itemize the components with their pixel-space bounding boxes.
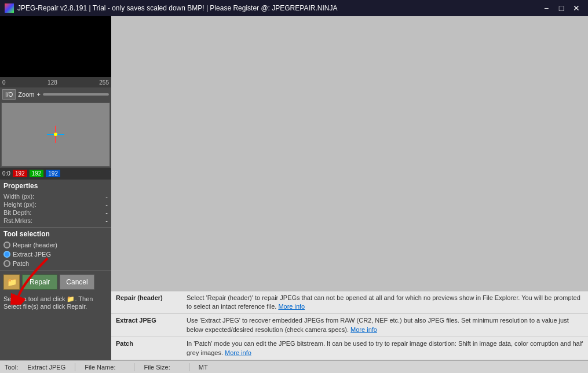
radio-extract-jpeg-label: Extract JPEG: [13, 251, 51, 258]
info-label-1: Extract JPEG: [116, 316, 180, 324]
info-row-1: Extract JPEG Use 'Extract JPEG' to recov…: [111, 314, 588, 337]
prop-rstmrkrs: Rst.Mrkrs: -: [3, 217, 108, 225]
tool-selection-title: Tool selection: [3, 230, 108, 238]
properties-section: Properties Width (px): - Height (px): - …: [0, 180, 111, 227]
io-button[interactable]: I/O: [2, 89, 16, 100]
status-divider-1: [75, 363, 75, 371]
radio-repair-header-btn[interactable]: [3, 242, 10, 248]
status-time: 0:0: [2, 170, 10, 177]
status-filename-label: File Name:: [85, 364, 115, 371]
info-label-0: Repair (header): [116, 294, 180, 301]
status-blue: 192: [46, 170, 60, 177]
prop-bitdepth-label: Bit Depth:: [3, 209, 31, 216]
action-row: 📁 Repair Cancel: [0, 270, 111, 293]
prop-height: Height (px): -: [3, 200, 108, 209]
status-red: 192: [13, 170, 27, 177]
info-row-2: Patch In 'Patch' mode you can edit the J…: [111, 337, 588, 360]
preview-status: 0:0 192 192 192: [0, 168, 111, 180]
status-green: 192: [30, 170, 44, 177]
status-divider-3: [189, 363, 189, 371]
radio-extract-jpeg-btn[interactable]: [3, 251, 10, 258]
info-link-0[interactable]: More info: [278, 303, 305, 310]
info-panel: Repair (header) Select 'Repair (header)'…: [111, 291, 588, 360]
status-tool-value: Extract JPEG: [27, 364, 65, 371]
ruler-left: 0: [2, 79, 6, 86]
instructions: Select a tool and click 📁. Then Select f…: [0, 293, 111, 361]
info-link-2[interactable]: More info: [225, 349, 251, 356]
ruler: 0 128 255: [0, 77, 111, 87]
title-bar: JPEG-Repair v2.8.191 | Trial - only save…: [0, 0, 588, 16]
prop-height-value: -: [105, 201, 108, 208]
info-text-2: In 'Patch' mode you can edit the JPEG bi…: [187, 339, 583, 357]
info-label-2: Patch: [116, 339, 180, 347]
info-link-1[interactable]: More info: [350, 326, 377, 333]
left-panel: 0 128 255 I/O Zoom + 0:0 192 192 192: [0, 16, 111, 360]
crosshair: [47, 126, 64, 143]
radio-patch-label: Patch: [13, 260, 29, 267]
prop-bitdepth-value: -: [105, 209, 108, 216]
info-row-0: Repair (header) Select 'Repair (header)'…: [111, 291, 588, 315]
minimize-button[interactable]: −: [539, 2, 553, 14]
ruler-right: 255: [99, 79, 109, 86]
zoom-plus: +: [36, 91, 40, 98]
prop-width: Width (px): -: [3, 192, 108, 200]
zoom-slider[interactable]: [43, 93, 109, 96]
crosshair-center: [54, 133, 57, 136]
ruler-mid: 128: [48, 79, 57, 86]
tool-selection: Tool selection Repair (header) Extract J…: [0, 227, 111, 270]
info-text-0: Select 'Repair (header)' to repair JPEGs…: [187, 294, 583, 312]
status-divider-2: [134, 363, 134, 371]
radio-repair-header-label: Repair (header): [13, 242, 57, 248]
zoom-label: Zoom: [18, 91, 34, 98]
main-content: 0 128 255 I/O Zoom + 0:0 192 192 192: [0, 16, 588, 360]
window-title: JPEG-Repair v2.8.191 | Trial - only save…: [17, 4, 337, 12]
action-area: 📁 Repair Cancel: [0, 270, 111, 293]
maximize-button[interactable]: □: [554, 2, 568, 14]
repair-button[interactable]: Repair: [22, 275, 57, 290]
folder-button[interactable]: 📁: [3, 275, 20, 290]
prop-height-label: Height (px):: [3, 201, 36, 208]
status-bar: Tool: Extract JPEG File Name: File Size:…: [0, 360, 588, 373]
toolbar-row: I/O Zoom +: [0, 87, 111, 101]
status-filesize-label: File Size:: [144, 364, 170, 371]
properties-title: Properties: [3, 182, 108, 190]
prop-rstmrkrs-label: Rst.Mrkrs:: [3, 217, 32, 224]
radio-repair-header[interactable]: Repair (header): [3, 240, 108, 250]
right-preview-area: [111, 16, 588, 291]
right-panel: Repair (header) Select 'Repair (header)'…: [111, 16, 588, 360]
app-icon: [5, 3, 14, 13]
prop-width-label: Width (px):: [3, 193, 34, 200]
radio-patch[interactable]: Patch: [3, 259, 108, 268]
preview-area: [0, 16, 111, 77]
close-button[interactable]: ✕: [569, 2, 583, 14]
cancel-button[interactable]: Cancel: [60, 275, 94, 290]
status-tool-label: Tool:: [5, 364, 18, 371]
window-controls: − □ ✕: [539, 2, 583, 14]
status-mt-label: MT: [199, 364, 208, 371]
instructions-text: Select a tool and click 📁. Then Select f…: [3, 295, 93, 310]
prop-width-value: -: [105, 193, 108, 200]
canvas-area: [1, 103, 110, 167]
title-bar-left: JPEG-Repair v2.8.191 | Trial - only save…: [5, 3, 337, 13]
prop-bitdepth: Bit Depth: -: [3, 209, 108, 217]
info-text-1: Use 'Extract JPEG' to recover embedded J…: [187, 316, 583, 334]
radio-patch-btn[interactable]: [3, 260, 10, 267]
radio-extract-jpeg[interactable]: Extract JPEG: [3, 250, 108, 259]
prop-rstmrkrs-value: -: [105, 217, 108, 224]
